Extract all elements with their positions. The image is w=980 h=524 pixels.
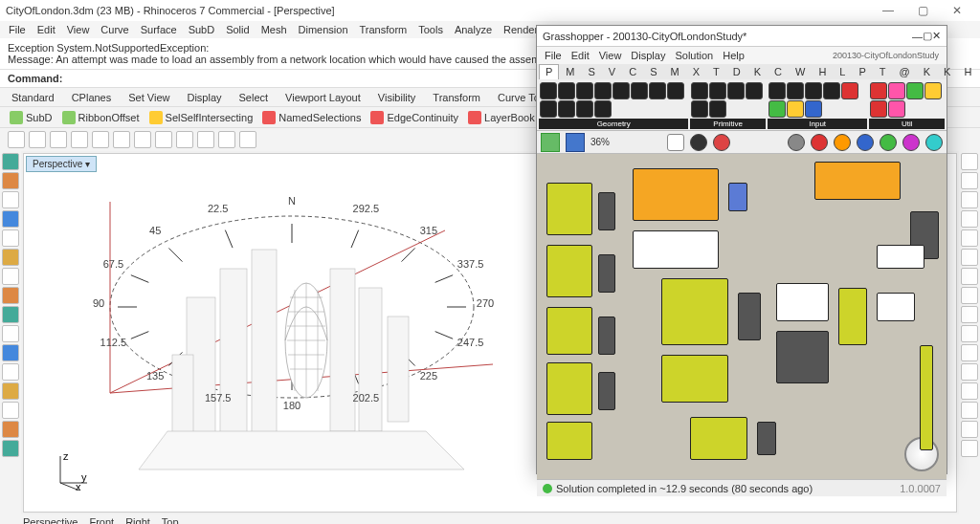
gh-component-icon[interactable] bbox=[558, 82, 575, 99]
left-tool-icon[interactable] bbox=[2, 249, 19, 266]
toolbar-icon[interactable] bbox=[134, 131, 151, 148]
gh-save-icon[interactable] bbox=[566, 133, 585, 152]
gh-node[interactable] bbox=[776, 283, 829, 321]
right-tool-icon[interactable] bbox=[961, 440, 978, 457]
gh-component-icon[interactable] bbox=[768, 82, 786, 99]
tool-layerbook[interactable]: LayerBook bbox=[468, 111, 535, 124]
gh-node[interactable] bbox=[546, 307, 592, 355]
gh-component-icon[interactable] bbox=[667, 82, 684, 99]
toolbar-icon[interactable] bbox=[113, 131, 130, 148]
gh-component-icon[interactable] bbox=[768, 100, 786, 118]
menu-subd[interactable]: SubD bbox=[184, 22, 220, 37]
left-tool-icon[interactable] bbox=[2, 268, 19, 285]
right-tool-icon[interactable] bbox=[961, 172, 978, 189]
gh-node[interactable] bbox=[690, 417, 747, 460]
menu-transform[interactable]: Transform bbox=[355, 22, 412, 37]
gh-component-icon[interactable] bbox=[805, 82, 822, 99]
right-tool-icon[interactable] bbox=[961, 191, 978, 208]
vp-tab-perspective[interactable]: Perspective bbox=[23, 516, 78, 524]
toolbar-icon[interactable] bbox=[71, 131, 88, 148]
menu-dimension[interactable]: Dimension bbox=[294, 22, 353, 37]
tab-transform[interactable]: Transform bbox=[433, 92, 480, 103]
gh-tab[interactable]: K bbox=[747, 64, 768, 79]
gh-component-icon[interactable] bbox=[691, 82, 708, 99]
gh-node[interactable] bbox=[633, 230, 719, 269]
left-tool-icon[interactable] bbox=[2, 191, 19, 208]
gh-menu-solution[interactable]: Solution bbox=[671, 49, 717, 62]
gh-component-icon[interactable] bbox=[576, 100, 593, 118]
left-tool-icon[interactable] bbox=[2, 363, 19, 381]
gh-tab[interactable]: M bbox=[664, 64, 686, 79]
left-tool-icon[interactable] bbox=[2, 306, 19, 323]
toolbar-icon[interactable] bbox=[8, 131, 25, 148]
tab-set-view[interactable]: Set View bbox=[128, 92, 169, 103]
left-tool-icon[interactable] bbox=[2, 402, 19, 419]
gh-minimize-icon[interactable]: — bbox=[912, 31, 923, 42]
gh-node[interactable] bbox=[598, 192, 615, 230]
gh-node[interactable] bbox=[661, 278, 728, 345]
gh-tab[interactable]: T bbox=[706, 64, 726, 79]
gh-component-icon[interactable] bbox=[727, 82, 745, 99]
gh-canvas[interactable] bbox=[537, 154, 947, 479]
gh-component-icon[interactable] bbox=[631, 82, 648, 99]
gh-brush-icon[interactable] bbox=[713, 134, 730, 151]
vp-tab-right[interactable]: Right bbox=[125, 516, 150, 524]
tab-standard[interactable]: Standard bbox=[11, 92, 55, 103]
gh-menu-view[interactable]: View bbox=[595, 49, 626, 62]
right-tool-icon[interactable] bbox=[961, 210, 978, 228]
toolbar-icon[interactable] bbox=[176, 131, 193, 148]
gh-tab[interactable]: K bbox=[937, 64, 957, 79]
tab-viewport-layout[interactable]: Viewport Layout bbox=[285, 92, 361, 103]
gh-zoom[interactable]: 36% bbox=[590, 137, 610, 147]
toolbar-icon[interactable] bbox=[29, 131, 46, 148]
gh-tab[interactable]: L bbox=[833, 64, 852, 79]
right-tool-icon[interactable] bbox=[961, 421, 978, 438]
right-tool-icon[interactable] bbox=[961, 344, 978, 361]
gh-node[interactable] bbox=[546, 362, 592, 415]
gh-tab[interactable]: X bbox=[686, 64, 706, 79]
gh-view-icon[interactable] bbox=[788, 134, 805, 151]
gh-tab[interactable]: H bbox=[957, 64, 978, 79]
menu-file[interactable]: File bbox=[4, 22, 31, 37]
right-tool-icon[interactable] bbox=[961, 268, 978, 285]
vp-tab-front[interactable]: Front bbox=[89, 516, 114, 524]
toolbar-icon[interactable] bbox=[197, 131, 214, 148]
gh-component-icon[interactable] bbox=[558, 100, 575, 118]
gh-tab[interactable]: S bbox=[582, 64, 602, 79]
gh-component-icon[interactable] bbox=[691, 100, 708, 118]
left-tool-icon[interactable] bbox=[2, 229, 19, 247]
menu-edit[interactable]: Edit bbox=[33, 22, 60, 37]
gh-component-icon[interactable] bbox=[888, 100, 905, 118]
gh-c2-icon[interactable] bbox=[834, 134, 851, 151]
gh-component-icon[interactable] bbox=[870, 82, 887, 99]
left-tool-icon[interactable] bbox=[2, 440, 19, 457]
gh-component-icon[interactable] bbox=[870, 100, 887, 118]
gh-tab[interactable]: P bbox=[539, 64, 559, 79]
maximize-icon[interactable]: ▢ bbox=[905, 4, 940, 17]
gh-tab[interactable]: H bbox=[812, 64, 833, 79]
menu-solid[interactable]: Solid bbox=[221, 22, 254, 37]
gh-component-icon[interactable] bbox=[594, 82, 612, 99]
menu-view[interactable]: View bbox=[62, 22, 95, 37]
gh-component-icon[interactable] bbox=[649, 82, 666, 99]
vp-tab-top[interactable]: Top bbox=[162, 516, 179, 524]
left-tool-icon[interactable] bbox=[2, 325, 19, 342]
right-tool-icon[interactable] bbox=[961, 306, 978, 323]
toolbar-icon[interactable] bbox=[50, 131, 67, 148]
gh-component-icon[interactable] bbox=[924, 82, 942, 99]
gh-c5-icon[interactable] bbox=[902, 134, 920, 151]
gh-tab[interactable]: @ bbox=[893, 64, 917, 79]
gh-node[interactable] bbox=[776, 331, 829, 383]
gh-menu-help[interactable]: Help bbox=[719, 49, 748, 62]
gh-node[interactable] bbox=[838, 288, 867, 345]
menu-analyze[interactable]: Analyze bbox=[450, 22, 497, 37]
left-tool-icon[interactable] bbox=[2, 153, 19, 170]
gh-component-icon[interactable] bbox=[906, 82, 924, 99]
gh-menu-file[interactable]: File bbox=[541, 49, 566, 62]
gh-component-icon[interactable] bbox=[540, 82, 557, 99]
tab-display[interactable]: Display bbox=[187, 92, 221, 103]
gh-node[interactable] bbox=[738, 293, 761, 340]
gh-component-icon[interactable] bbox=[709, 100, 726, 118]
gh-tab[interactable]: V bbox=[602, 64, 622, 79]
gh-node[interactable] bbox=[546, 422, 592, 460]
